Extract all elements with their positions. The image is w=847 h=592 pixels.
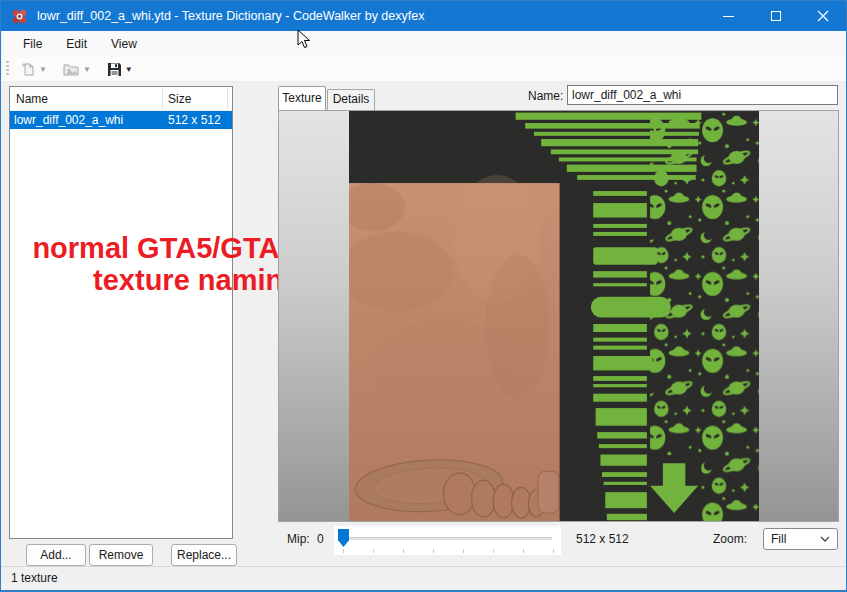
open-file-icon <box>63 62 80 77</box>
codewalker-app-icon <box>11 8 28 25</box>
toolbar-grip <box>6 61 9 77</box>
texture-preview-image <box>349 111 759 521</box>
add-button[interactable]: Add... <box>26 544 86 566</box>
window-title: lowr_diff_002_a_whi.ytd - Texture Dictio… <box>37 9 424 23</box>
slider-ticks <box>343 549 555 553</box>
new-file-dropdown-icon[interactable]: ▼ <box>39 65 47 74</box>
column-divider[interactable] <box>227 89 228 109</box>
maximize-icon <box>771 11 781 21</box>
slider-track[interactable] <box>344 537 552 540</box>
texture-dimensions: 512 x 512 <box>576 532 629 546</box>
texture-list-row-selected[interactable]: lowr_diff_002_a_whi 512 x 512 <box>10 111 232 129</box>
toolbar: ▼ ▼ ▼ <box>2 57 847 82</box>
save-icon <box>107 62 122 77</box>
new-file-icon <box>20 61 36 77</box>
save-button[interactable]: ▼ <box>104 60 136 79</box>
tab-details[interactable]: Details <box>327 89 375 110</box>
open-file-dropdown-icon[interactable]: ▼ <box>83 65 91 74</box>
replace-button[interactable]: Replace... <box>171 544 237 566</box>
menu-edit[interactable]: Edit <box>55 33 98 55</box>
zoom-select[interactable]: Fill <box>763 528 838 550</box>
chevron-down-icon <box>820 536 830 542</box>
save-dropdown-icon[interactable]: ▼ <box>125 65 133 74</box>
texture-list-header: Name Size <box>10 87 232 111</box>
column-divider[interactable] <box>162 89 163 109</box>
statusbar: 1 texture <box>1 566 846 590</box>
close-button[interactable] <box>799 1 846 31</box>
column-header-name[interactable]: Name <box>16 92 48 106</box>
texture-preview-panel <box>278 110 839 522</box>
mip-value: 0 <box>317 532 324 546</box>
column-header-size[interactable]: Size <box>168 92 191 106</box>
texture-size-cell: 512 x 512 <box>168 113 221 127</box>
menu-file[interactable]: File <box>12 33 53 55</box>
open-file-button[interactable]: ▼ <box>60 60 94 79</box>
mip-slider[interactable] <box>334 526 561 555</box>
zoom-label: Zoom: <box>713 532 747 546</box>
titlebar: lowr_diff_002_a_whi.ytd - Texture Dictio… <box>1 1 846 31</box>
status-text: 1 texture <box>11 571 58 585</box>
remove-button[interactable]: Remove <box>89 544 153 566</box>
close-icon <box>817 10 829 22</box>
texture-dictionary-window: lowr_diff_002_a_whi.ytd - Texture Dictio… <box>0 0 847 592</box>
zoom-value: Fill <box>771 532 786 546</box>
minimize-button[interactable] <box>705 1 752 31</box>
menu-view[interactable]: View <box>100 33 148 55</box>
tab-texture[interactable]: Texture <box>278 86 326 110</box>
maximize-button[interactable] <box>752 1 799 31</box>
new-file-button[interactable]: ▼ <box>17 59 50 79</box>
texture-list: Name Size lowr_diff_002_a_whi 512 x 512 <box>9 86 233 539</box>
name-label: Name: <box>528 89 563 103</box>
menubar: File Edit View <box>2 31 847 57</box>
texture-name-cell: lowr_diff_002_a_whi <box>14 113 123 127</box>
mip-label: Mip: <box>287 532 310 546</box>
minimize-icon <box>723 16 734 17</box>
slider-thumb[interactable] <box>338 529 349 547</box>
texture-name-input[interactable] <box>567 85 838 105</box>
